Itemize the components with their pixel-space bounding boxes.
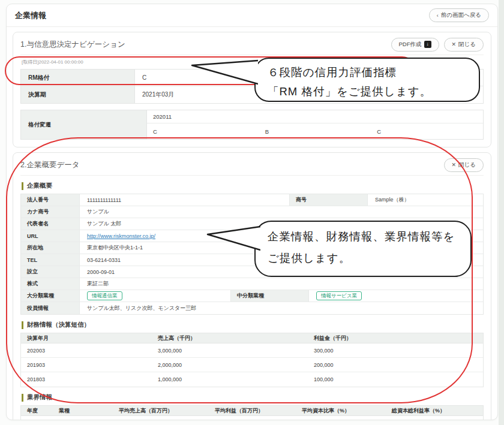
fiscal-term-label: 決算期 (21, 86, 135, 103)
back-button-label: 前の画面へ戻る (441, 11, 481, 19)
trade-name-label: 商号 (290, 194, 368, 206)
representative-label: 代表者名 (21, 218, 80, 230)
table-row: 大分類業種 情報通信業 中分類業種 情報サービス業 (21, 290, 483, 302)
company-overview-table: 法人番号 1111111111111 商号 Sample（株） カナ商号 サンプ… (20, 194, 484, 315)
table-row: 201903 2,000,000 200,000 (21, 358, 483, 372)
table-row: 設立 2000-09-01 (21, 266, 483, 278)
industry-major-tag: 情報通信業 (87, 291, 122, 300)
stock-label: 株式 (21, 278, 80, 290)
trade-name-value: Sample（株） (368, 194, 483, 206)
section1-title: 1.与信意思決定ナビゲーション (20, 40, 125, 50)
table-row: 2019 情報通信業 645 50 55.8 9.3 (21, 416, 483, 420)
table-row: カナ商号 サンプル (21, 206, 483, 218)
history-date (259, 110, 371, 123)
industry-middle-label: 中分類業種 (231, 290, 309, 302)
section-credit-navigation: 1.与信意思決定ナビゲーション PDF作成 ↓ ✕ 閉じる [取得日]2022-… (13, 32, 491, 147)
officers-value: サンプル太郎、リスク次郎、モンスター三郎 (80, 302, 483, 314)
section2-close-button[interactable]: ✕ 閉じる (444, 158, 484, 172)
rating-history-table: 格付変遷 202011 C B C (20, 110, 484, 140)
financial-table: 決算年月 売上高（千円） 利益金（千円） 202003 3,000,000 30… (20, 333, 484, 387)
table-row: 代表者名 サンプル 太郎 (21, 218, 483, 230)
subhead-accent-bar (22, 321, 23, 329)
table-header-row: 決算年月 売上高（千円） 利益金（千円） (21, 333, 483, 343)
table-row: 所在地 東京都中央区中央1-1-1 (21, 242, 483, 254)
financial-info-header: 財務情報（決算短信） (22, 321, 484, 329)
section-company-data: 2.企業概要データ ✕ 閉じる 企業概要 法人番号 1111111111111 … (13, 152, 491, 420)
kana-name-label: カナ商号 (21, 206, 80, 218)
chevron-left-icon: ‹ (437, 13, 439, 19)
history-rating: C (147, 123, 259, 139)
pdf-create-button[interactable]: PDF作成 ↓ (391, 38, 439, 52)
back-button[interactable]: ‹ 前の画面へ戻る (429, 8, 489, 22)
kana-name-value: サンプル (80, 206, 483, 218)
pdf-button-label: PDF作成 (399, 41, 422, 49)
fiscal-term-value: 2021年03月 (135, 86, 483, 103)
table-row: 株式 東証二部 (21, 278, 483, 290)
industry-info-header: 業界情報 (22, 393, 484, 402)
table-row: 202003 3,000,000 300,000 (21, 343, 483, 358)
history-date (371, 110, 483, 123)
stock-value: 東証二部 (80, 278, 483, 290)
table-row: 役員情報 サンプル太郎、リスク次郎、モンスター三郎 (21, 302, 483, 314)
rating-table: RM格付 C 決算期 2021年03月 (20, 69, 484, 104)
table-row: RM格付 C (21, 70, 483, 86)
page-title: 企業情報 (15, 10, 46, 21)
corporate-number-label: 法人番号 (21, 194, 80, 206)
rating-history-label: 格付変遷 (21, 110, 147, 139)
section2-title: 2.企業概要データ (20, 160, 80, 170)
founded-value: 2000-09-01 (80, 266, 483, 278)
corporate-number-value: 1111111111111 (80, 194, 290, 206)
address-label: 所在地 (21, 242, 80, 254)
rm-rating-label: RM格付 (21, 70, 135, 86)
table-row: 決算期 2021年03月 (21, 86, 483, 103)
top-bar: 企業情報 ‹ 前の画面へ戻る (7, 4, 497, 27)
company-overview-header: 企業概要 (22, 182, 484, 190)
industry-middle-tag: 情報サービス業 (316, 291, 362, 300)
url-label: URL (21, 230, 80, 242)
history-rating: B (259, 123, 371, 139)
history-rating: C (371, 123, 483, 139)
table-row: TEL 03-6214-0331 (21, 254, 483, 266)
company-url-link[interactable]: http://www.riskmonster.co.jp/ (87, 233, 155, 239)
table-row: C B C (147, 123, 483, 139)
close-icon: ✕ (452, 41, 457, 47)
subhead-accent-bar (22, 182, 23, 190)
history-date: 202011 (147, 110, 259, 123)
table-header-row: 年度 業種 平均売上高（百万円） 平均利益（百万円） 平均資本比率（%） 総資本… (21, 406, 483, 416)
table-row: URL http://www.riskmonster.co.jp/ (21, 230, 483, 242)
section1-close-button[interactable]: ✕ 閉じる (444, 38, 484, 52)
close-button-label: 閉じる (458, 41, 476, 49)
founded-label: 設立 (21, 266, 80, 278)
scrollbar-track[interactable] (499, 0, 504, 425)
acquired-date: [取得日]2022-04-01 00:00:00 (22, 59, 484, 65)
officers-label: 役員情報 (21, 302, 80, 314)
representative-value: サンプル 太郎 (80, 218, 483, 230)
pdf-download-icon: ↓ (424, 41, 431, 48)
company-info-window: 企業情報 ‹ 前の画面へ戻る 1.与信意思決定ナビゲーション PDF作成 ↓ ✕… (6, 4, 498, 420)
subhead-accent-bar (22, 394, 23, 402)
table-row: 201803 1,000,000 100,000 (21, 372, 483, 387)
close-button-label: 閉じる (458, 161, 476, 169)
rm-rating-value: C (135, 70, 483, 86)
tel-value: 03-6214-0331 (80, 254, 483, 266)
table-row: 202011 (147, 110, 483, 123)
tel-label: TEL (21, 254, 80, 266)
table-row: 法人番号 1111111111111 商号 Sample（株） (21, 194, 483, 206)
address-value: 東京都中央区中央1-1-1 (80, 242, 483, 254)
industry-major-label: 大分類業種 (21, 290, 80, 302)
close-icon: ✕ (452, 162, 457, 168)
industry-table: 年度 業種 平均売上高（百万円） 平均利益（百万円） 平均資本比率（%） 総資本… (20, 405, 484, 420)
